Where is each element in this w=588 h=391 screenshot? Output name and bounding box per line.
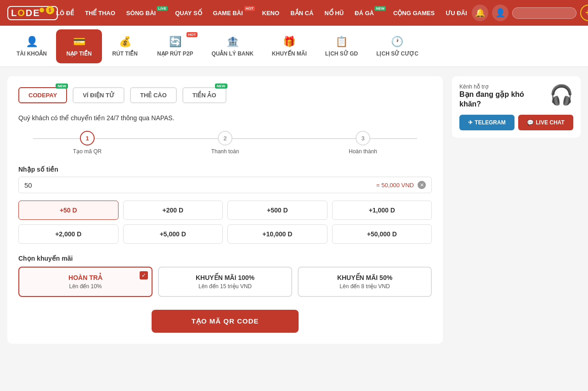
tab-thecao[interactable]: THẺ CÀO	[130, 87, 177, 103]
taikhoan-icon: 👤	[26, 36, 38, 48]
header: L O D E $ LÔ ĐỀ THỂ THAO SÒNG BÀI LIVE Q…	[0, 0, 588, 26]
nav-lode[interactable]: LÔ ĐỀ	[51, 7, 79, 19]
add-funds-button[interactable]: +	[580, 5, 588, 21]
hot-badge-p2p: HOT	[187, 32, 198, 37]
step-2: 2 Thanh toán	[156, 131, 294, 155]
live-badge: LIVE	[157, 6, 168, 11]
amount-label: Nhập số tiền	[18, 166, 432, 173]
subnav-lichsugd[interactable]: 📋 LỊCH SỬ GD	[316, 30, 367, 62]
promo-50[interactable]: KHUYẾN MÃI 50% Lên đến 8 triệu VND	[298, 267, 432, 297]
step-2-circle: 2	[218, 131, 232, 145]
promo-label: Chọn khuyến mãi	[18, 255, 432, 262]
naptien-icon: 💳	[73, 36, 85, 48]
subnav-naprutp2p-label: NẠP RÚT P2P	[157, 50, 193, 57]
quick-2000d[interactable]: +2,000 D	[18, 224, 119, 244]
nav-conggames[interactable]: CỘNG GAMES	[389, 7, 439, 19]
step-3: 3 Hoàn thành	[294, 131, 432, 155]
search-input[interactable]	[512, 7, 577, 19]
support-title: Bạn đang gặp khó khăn?	[459, 90, 544, 109]
amount-input[interactable]	[24, 181, 376, 189]
nav-thethao[interactable]: THỂ THAO	[80, 7, 120, 19]
subnav-khuyenmai[interactable]: 🎁 KHUYẾN MÃI	[263, 30, 316, 62]
header-actions: 🔔 👤 +	[472, 5, 588, 21]
support-card: Kênh hỗ trợ Bạn đang gặp khó khăn? 🎧 ✈ T…	[452, 76, 581, 138]
steps-container: 1 Tạo mã QR 2 Thanh toán 3 Hoàn thành	[18, 131, 432, 155]
livechat-button[interactable]: 💬 LIVE CHAT	[518, 115, 573, 130]
quick-50d[interactable]: +50 D	[18, 201, 119, 220]
nav-daga[interactable]: ĐÁ GÀ NEW	[350, 7, 387, 19]
amount-vnd-display: = 50,000 VND	[376, 182, 414, 189]
nav-keno[interactable]: KENO	[258, 7, 284, 19]
quick-5000d[interactable]: +5,000 D	[123, 224, 223, 244]
subnav-khuyenmai-label: KHUYẾN MÃI	[272, 50, 307, 57]
support-kenh-label: Kênh hỗ trợ	[459, 84, 544, 90]
nav-songbai[interactable]: SÒNG BÀI LIVE	[122, 7, 169, 19]
subnav-quanlybank-label: QUẢN LÝ BANK	[211, 50, 253, 57]
hot-badge: HOT	[244, 6, 255, 11]
logo[interactable]: L O D E $	[7, 6, 44, 20]
new-badge-codepay: NEW	[56, 84, 68, 89]
telegram-button[interactable]: ✈ TELEGRAM	[459, 115, 514, 130]
nav-banca[interactable]: BẮN CÁ	[286, 7, 318, 19]
promo-hoantra-title: HOÀN TRẢ	[27, 274, 144, 281]
quanlybank-icon: 🏦	[226, 36, 239, 48]
subnav-lichsucuoc[interactable]: 🕐 LỊCH SỬ CƯỢC	[367, 30, 428, 62]
telegram-icon: ✈	[468, 119, 473, 126]
nav-uudai[interactable]: ƯU ĐÃI	[441, 7, 471, 19]
step-1-circle: 1	[80, 131, 95, 145]
naprutp2p-icon: 🔄	[169, 36, 181, 48]
payment-description: Quý khách có thể chuyển tiền 24/7 thông …	[18, 114, 432, 122]
content-left: NEW CODEPAY VÍ ĐIỆN TỬ THẺ CÀO NEW TIỀN …	[7, 76, 443, 344]
nav-quayso[interactable]: QUAY SỐ	[170, 7, 206, 19]
promo-hoantra[interactable]: ✓ HOÀN TRẢ Lên đến 10%	[18, 267, 153, 297]
quick-amounts: +50 D +200 D +500 D +1,000 D +2,000 D +5…	[18, 201, 432, 244]
amount-input-wrap: = 50,000 VND ✕	[18, 177, 432, 193]
quick-50000d[interactable]: +50,000 D	[332, 224, 432, 244]
subnav-naprutp2p[interactable]: HOT 🔄 NẠP RÚT P2P	[148, 30, 202, 62]
lichsugd-icon: 📋	[335, 36, 348, 48]
main-nav: LÔ ĐỀ THỂ THAO SÒNG BÀI LIVE QUAY SỐ GAM…	[51, 7, 472, 19]
nav-gamebai[interactable]: GAME BÀI HOT	[209, 7, 256, 19]
subnav-lichsugd-label: LỊCH SỬ GD	[325, 50, 358, 57]
notification-bell-button[interactable]: 🔔	[472, 5, 488, 21]
promo-50-desc: Lên đến 8 triệu VND	[306, 283, 424, 290]
promo-100-title: KHUYẾN MÃI 100%	[166, 274, 284, 281]
quick-200d[interactable]: +200 D	[123, 201, 223, 220]
amount-clear-button[interactable]: ✕	[418, 181, 426, 189]
subnav-quanlybank[interactable]: 🏦 QUẢN LÝ BANK	[202, 30, 262, 62]
support-header: Kênh hỗ trợ Bạn đang gặp khó khăn? 🎧	[459, 84, 573, 109]
lichsucuoc-icon: 🕐	[391, 36, 403, 48]
support-buttons: ✈ TELEGRAM 💬 LIVE CHAT	[459, 115, 573, 130]
step-1-label: Tạo mã QR	[73, 148, 102, 155]
tab-vidientu[interactable]: VÍ ĐIỆN TỬ	[73, 87, 124, 103]
user-profile-button[interactable]: 👤	[492, 5, 509, 21]
quick-1000d[interactable]: +1,000 D	[332, 201, 432, 220]
quick-10000d[interactable]: +10,000 D	[227, 224, 328, 244]
tab-tienao[interactable]: NEW TIỀN ẢO	[182, 87, 226, 103]
submit-qr-button[interactable]: TẠO MÃ QR CODE	[152, 310, 299, 333]
step-1: 1 Tạo mã QR	[18, 131, 156, 155]
step-2-label: Thanh toán	[211, 148, 239, 155]
promo-check-icon: ✓	[140, 271, 148, 279]
promo-100-desc: Lên đến 15 triệu VND	[166, 283, 284, 290]
subnav-taikhoan-label: TÀI KHOẢN	[17, 50, 47, 57]
livechat-icon: 💬	[527, 119, 534, 126]
promo-100[interactable]: KHUYẾN MÃI 100% Lên đến 15 triệu VND	[158, 267, 292, 297]
new-badge-tienao: NEW	[215, 84, 227, 89]
subnav-taikhoan[interactable]: 👤 TÀI KHOẢN	[7, 30, 56, 62]
promo-options: ✓ HOÀN TRẢ Lên đến 10% KHUYẾN MÃI 100% L…	[18, 267, 432, 297]
sub-nav: 👤 TÀI KHOẢN 💳 NẠP TIỀN 💰 RÚT TIỀN HOT 🔄 …	[0, 26, 588, 67]
new-badge-daga: NEW	[374, 6, 386, 11]
step-3-label: Hoàn thành	[349, 148, 377, 155]
subnav-naptien-label: NẠP TIỀN	[66, 50, 91, 57]
subnav-ruttien-label: RÚT TIỀN	[112, 50, 137, 57]
subnav-naptien[interactable]: 💳 NẠP TIỀN	[56, 29, 102, 63]
ruttien-icon: 💰	[119, 36, 131, 48]
nav-nohu[interactable]: NỔ HŨ	[320, 7, 348, 19]
tab-codepay[interactable]: NEW CODEPAY	[18, 87, 67, 103]
quick-500d[interactable]: +500 D	[227, 201, 328, 220]
subnav-ruttien[interactable]: 💰 RÚT TIỀN	[102, 30, 148, 62]
payment-tabs: NEW CODEPAY VÍ ĐIỆN TỬ THẺ CÀO NEW TIỀN …	[18, 87, 432, 103]
subnav-lichsucuoc-label: LỊCH SỬ CƯỢC	[376, 50, 418, 57]
support-headset-icon: 🎧	[549, 84, 573, 106]
